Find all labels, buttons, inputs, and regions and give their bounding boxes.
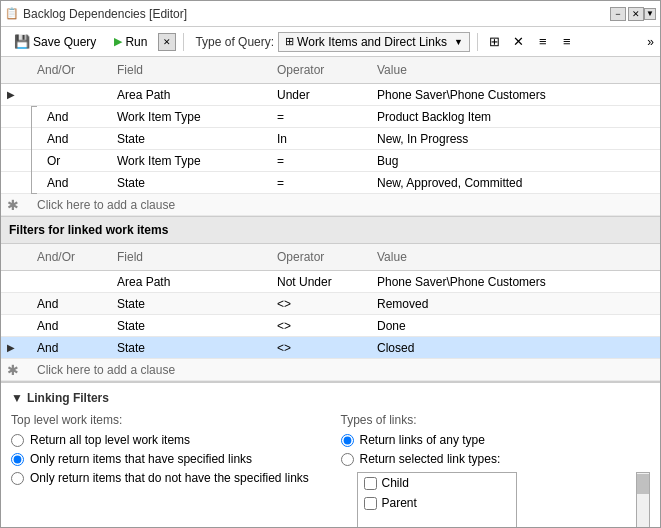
row-field: State	[111, 174, 271, 192]
header-andor-2: And/Or	[31, 248, 111, 266]
toolbar-icon-4[interactable]: ≡	[557, 32, 577, 52]
link-types-list[interactable]: Child Parent	[357, 472, 517, 527]
row-field: Work Item Type	[111, 108, 271, 126]
dropdown-arrow-icon: ▼	[454, 37, 463, 47]
table-row[interactable]: And State In New, In Progress	[1, 128, 660, 150]
linking-left: Top level work items: Return all top lev…	[11, 413, 321, 527]
linking-filters-label: Linking Filters	[27, 391, 109, 405]
linked-query-grid: And/Or Field Operator Value Area Path No…	[1, 244, 660, 381]
window-title: Backlog Dependencies [Editor]	[23, 7, 610, 21]
table-row[interactable]: And Work Item Type = Product Backlog Ite…	[1, 106, 660, 128]
row-andor: And	[31, 295, 111, 313]
add-clause-row-linked[interactable]: ✱ Click here to add a clause	[1, 359, 660, 381]
expand-arrow-icon: ▶	[7, 89, 15, 100]
toolbar-icon-3[interactable]: ≡	[533, 32, 553, 52]
scrollbar[interactable]	[636, 472, 650, 527]
row-arrow-cell	[1, 137, 31, 141]
row-field: Work Item Type	[111, 152, 271, 170]
add-clause-label[interactable]: Click here to add a clause	[31, 196, 660, 214]
grid-header-linked: And/Or Field Operator Value	[1, 244, 660, 271]
row-andor	[31, 93, 111, 97]
row-arrow-cell: ▶	[1, 340, 31, 355]
row-operator: <>	[271, 317, 371, 335]
row-andor	[31, 280, 111, 284]
top-query-grid: And/Or Field Operator Value ▶ Area Path …	[1, 57, 660, 216]
linked-section-header: Filters for linked work items	[1, 216, 660, 244]
cancel-run-button[interactable]: ✕	[158, 33, 176, 51]
toolbar-icon-2[interactable]: ✕	[509, 32, 529, 52]
linked-header-text: Filters for linked work items	[9, 223, 168, 237]
run-label: Run	[125, 35, 147, 49]
run-button[interactable]: ▶ Run	[107, 32, 154, 52]
row-field: State	[111, 130, 271, 148]
row-andor: Or	[31, 152, 111, 170]
row-andor: And	[31, 317, 111, 335]
save-query-button[interactable]: 💾 Save Query	[7, 31, 103, 52]
toolbar-icon-1[interactable]: ⊞	[485, 32, 505, 52]
add-icon: ✱	[7, 197, 19, 213]
parent-label: Parent	[382, 496, 417, 510]
grouped-rows: And Work Item Type = Product Backlog Ite…	[1, 106, 660, 194]
radio-donot-label: Only return items that do not have the s…	[30, 471, 309, 485]
separator-1	[183, 33, 184, 51]
header-operator: Operator	[271, 61, 371, 79]
toolbar-overflow[interactable]: »	[647, 35, 654, 49]
add-icon-2: ✱	[7, 362, 19, 378]
table-row[interactable]: And State <> Removed	[1, 293, 660, 315]
list-item[interactable]: Child	[358, 473, 516, 493]
row-value: Closed	[371, 339, 660, 357]
radio-selected-label: Return selected link types:	[360, 452, 501, 466]
row-operator: <>	[271, 339, 371, 357]
radio-option-all[interactable]: Return all top level work items	[11, 433, 321, 447]
close-button[interactable]: ✕	[628, 7, 644, 21]
linking-filters-title: ▼ Linking Filters	[11, 391, 650, 405]
table-row[interactable]: Or Work Item Type = Bug	[1, 150, 660, 172]
run-icon: ▶	[114, 35, 122, 48]
separator-2	[477, 33, 478, 51]
row-arrow-cell: ▶	[1, 87, 31, 102]
query-type-dropdown[interactable]: ⊞ Work Items and Direct Links ▼	[278, 32, 470, 52]
radio-all-input[interactable]	[11, 434, 24, 447]
row-andor: And	[31, 174, 111, 192]
table-row[interactable]: ▶ And State <> Closed	[1, 337, 660, 359]
radio-anytype-input[interactable]	[341, 434, 354, 447]
collapse-arrow-icon[interactable]: ▼	[11, 391, 23, 405]
scrollbar-thumb[interactable]	[637, 474, 649, 494]
type-label: Type of Query:	[195, 35, 274, 49]
table-row[interactable]: And State = New, Approved, Committed	[1, 172, 660, 194]
list-item[interactable]: Parent	[358, 493, 516, 513]
radio-selected-input[interactable]	[341, 453, 354, 466]
query-type-icon: ⊞	[285, 35, 294, 48]
child-checkbox[interactable]	[364, 477, 377, 490]
row-field: State	[111, 317, 271, 335]
row-field: Area Path	[111, 273, 271, 291]
main-content: And/Or Field Operator Value ▶ Area Path …	[1, 57, 660, 527]
row-arrow-cell	[1, 324, 31, 328]
row-operator: In	[271, 130, 371, 148]
table-row[interactable]: Area Path Not Under Phone Saver\Phone Cu…	[1, 271, 660, 293]
title-bar-icon: 📋	[5, 7, 19, 20]
pin-button[interactable]: −	[610, 7, 626, 21]
row-field: State	[111, 339, 271, 357]
types-label: Types of links:	[341, 413, 651, 427]
parent-checkbox[interactable]	[364, 497, 377, 510]
collapse-button[interactable]: ▼	[644, 8, 656, 20]
radio-specified-input[interactable]	[11, 453, 24, 466]
radio-option-selected[interactable]: Return selected link types:	[341, 452, 651, 466]
child-label: Child	[382, 476, 409, 490]
row-operator: Under	[271, 86, 371, 104]
row-andor: And	[31, 339, 111, 357]
radio-option-specified[interactable]: Only return items that have specified li…	[11, 452, 321, 466]
add-clause-label-2[interactable]: Click here to add a clause	[31, 361, 660, 379]
row-value: Bug	[371, 152, 660, 170]
table-row[interactable]: ▶ Area Path Under Phone Saver\Phone Cust…	[1, 84, 660, 106]
add-clause-row-top[interactable]: ✱ Click here to add a clause	[1, 194, 660, 216]
linking-right: Types of links: Return links of any type…	[341, 413, 651, 527]
row-andor: And	[31, 108, 111, 126]
row-value: Removed	[371, 295, 660, 313]
title-bar-controls: − ✕	[610, 7, 644, 21]
radio-option-donot[interactable]: Only return items that do not have the s…	[11, 471, 321, 485]
radio-donot-input[interactable]	[11, 472, 24, 485]
radio-option-anytype[interactable]: Return links of any type	[341, 433, 651, 447]
table-row[interactable]: And State <> Done	[1, 315, 660, 337]
